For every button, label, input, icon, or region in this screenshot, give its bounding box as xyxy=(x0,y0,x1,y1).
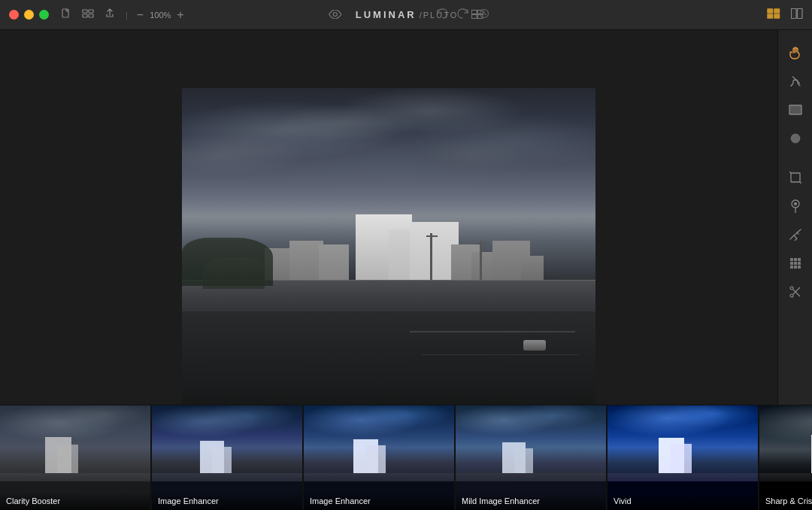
history-icon[interactable] xyxy=(478,8,490,22)
svg-rect-2 xyxy=(89,10,93,13)
svg-rect-15 xyxy=(792,8,797,18)
titlebar: | − 100% + LUMINAR /PLUTO xyxy=(0,0,812,30)
svg-rect-4 xyxy=(89,14,93,17)
svg-point-35 xyxy=(790,294,793,297)
zoom-level: 100% xyxy=(150,11,171,20)
eraser-tool-button[interactable] xyxy=(782,221,809,248)
svg-point-5 xyxy=(333,12,337,16)
preset-mild-image-enhancer-label: Mild Image Enhancer xyxy=(456,492,606,510)
grid-view-icon[interactable] xyxy=(767,8,780,22)
svg-rect-3 xyxy=(83,14,87,17)
preset-clarity-booster[interactable]: Clarity Booster xyxy=(0,405,152,510)
preset-image-enhancer-1-label: Image Enhancer xyxy=(152,492,302,510)
zoom-plus-button[interactable]: + xyxy=(177,8,183,22)
svg-rect-27 xyxy=(798,258,801,261)
svg-rect-16 xyxy=(798,8,803,18)
eye-icon[interactable] xyxy=(329,8,342,22)
svg-rect-32 xyxy=(794,266,797,269)
bottom-strip: Clarity Booster Image Enhancer Image Enh… xyxy=(0,405,812,510)
svg-rect-29 xyxy=(794,262,797,265)
rectangle-select-button[interactable] xyxy=(782,96,809,123)
zoom-separator: | xyxy=(126,11,128,20)
preset-image-enhancer-2[interactable]: Image Enhancer xyxy=(304,405,456,510)
svg-point-34 xyxy=(790,287,793,290)
maximize-button[interactable] xyxy=(39,10,49,20)
preset-image-enhancer-2-label: Image Enhancer xyxy=(304,492,454,510)
titlebar-file-icons xyxy=(61,8,115,21)
share-icon[interactable] xyxy=(105,8,115,21)
traffic-lights xyxy=(9,10,49,20)
scissors-tool-button[interactable] xyxy=(782,278,809,305)
preset-sharp-crisp-label: Sharp & Crisp xyxy=(759,492,812,510)
pin-tool-button[interactable] xyxy=(782,193,809,220)
svg-rect-30 xyxy=(798,262,801,265)
svg-point-23 xyxy=(794,202,797,205)
zoom-minus-button[interactable]: − xyxy=(137,8,144,22)
svg-rect-31 xyxy=(790,266,793,269)
svg-rect-19 xyxy=(791,173,800,182)
single-view-icon[interactable] xyxy=(791,8,803,22)
svg-rect-33 xyxy=(798,266,801,269)
hand-tool-button[interactable] xyxy=(782,39,809,66)
tabs-icon[interactable] xyxy=(82,9,94,20)
preset-image-enhancer-1[interactable]: Image Enhancer xyxy=(152,405,304,510)
app-name: LUMINAR xyxy=(356,9,417,20)
brush-tool-button[interactable] xyxy=(782,68,809,95)
svg-rect-14 xyxy=(774,14,780,18)
svg-rect-1 xyxy=(83,10,87,13)
zoom-controls: | − 100% + xyxy=(123,8,184,22)
preset-sharp-crisp[interactable]: Sharp & Crisp xyxy=(759,405,812,510)
grid-tool-button[interactable] xyxy=(782,250,809,277)
svg-rect-13 xyxy=(768,14,774,18)
svg-rect-12 xyxy=(774,8,780,13)
redo-icon[interactable] xyxy=(457,8,469,22)
preset-vivid-label: Vivid xyxy=(607,492,758,510)
circle-tool-button[interactable] xyxy=(782,125,809,152)
preset-clarity-booster-label: Clarity Booster xyxy=(0,492,150,510)
svg-rect-17 xyxy=(789,105,801,114)
svg-line-21 xyxy=(800,182,801,184)
svg-rect-11 xyxy=(768,8,774,13)
photo-canvas xyxy=(182,88,595,408)
minimize-button[interactable] xyxy=(24,10,34,20)
svg-rect-26 xyxy=(794,258,797,261)
svg-point-18 xyxy=(791,134,800,143)
svg-rect-25 xyxy=(790,258,793,261)
close-button[interactable] xyxy=(9,10,19,20)
file-icon[interactable] xyxy=(61,8,71,21)
undo-icon[interactable] xyxy=(436,8,448,22)
preset-vivid[interactable]: Vivid xyxy=(607,405,759,510)
svg-rect-28 xyxy=(790,262,793,265)
titlebar-right-controls xyxy=(767,8,803,22)
svg-line-20 xyxy=(789,172,791,173)
preset-mild-image-enhancer[interactable]: Mild Image Enhancer xyxy=(456,405,607,510)
crop-tool-button[interactable] xyxy=(782,164,809,191)
